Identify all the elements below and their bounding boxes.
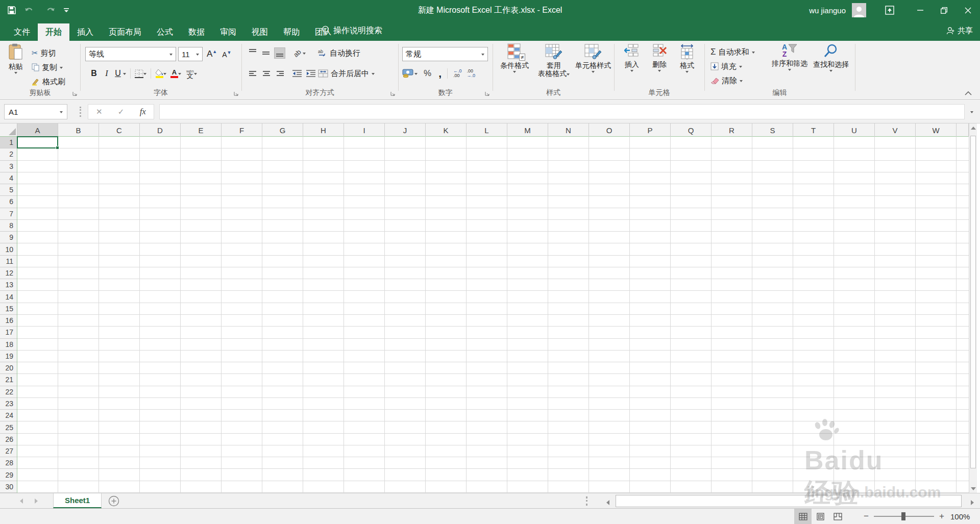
row-header-19[interactable]: 19 (0, 351, 17, 362)
sheet-next-icon[interactable] (29, 493, 43, 509)
font-dialog-launcher[interactable] (234, 91, 239, 96)
row-header-11[interactable]: 11 (0, 256, 17, 267)
row-header-10[interactable]: 10 (0, 243, 17, 255)
row-header-25[interactable]: 25 (0, 421, 17, 433)
row-header-9[interactable]: 9 (0, 232, 17, 243)
delete-cells-button[interactable]: 删除 (647, 43, 672, 88)
column-header-L[interactable]: L (467, 123, 507, 137)
row-header-3[interactable]: 3 (0, 161, 17, 172)
alignment-dialog-launcher[interactable] (390, 91, 396, 96)
wrap-text-button[interactable]: ab 自动换行 (318, 47, 360, 59)
sheet-tab-sheet1[interactable]: Sheet1 (53, 493, 102, 508)
row-header-27[interactable]: 27 (0, 445, 17, 457)
fill-button[interactable]: 填充 (710, 60, 742, 72)
decrease-font-size-button[interactable]: A▼ (222, 50, 231, 59)
tab-审阅[interactable]: 审阅 (212, 23, 244, 41)
formula-bar-expand-icon[interactable] (966, 104, 978, 119)
row-header-7[interactable]: 7 (0, 208, 17, 220)
font-size-combo[interactable]: 11 (178, 47, 203, 61)
autosum-button[interactable]: Σ 自动求和 (710, 46, 755, 58)
avatar[interactable] (852, 3, 866, 17)
row-header-18[interactable]: 18 (0, 339, 17, 351)
redo-icon[interactable] (44, 6, 55, 14)
cell-styles-button[interactable]: 单元格样式 (574, 43, 612, 88)
row-header-28[interactable]: 28 (0, 457, 17, 469)
insert-function-icon[interactable]: fx (140, 107, 146, 117)
row-header-16[interactable]: 16 (0, 315, 17, 327)
bold-button[interactable]: B (87, 69, 101, 78)
column-header-V[interactable]: V (875, 123, 916, 137)
format-cells-button[interactable]: 格式 (674, 43, 700, 88)
column-header-P[interactable]: P (630, 123, 671, 137)
column-header-N[interactable]: N (548, 123, 589, 137)
column-header-B[interactable]: B (58, 123, 99, 137)
insert-cells-button[interactable]: 插入 (619, 43, 645, 88)
ribbon-display-options-icon[interactable] (879, 0, 900, 20)
zoom-slider[interactable] (874, 516, 934, 517)
column-header-A[interactable]: A (17, 123, 58, 137)
scroll-left-icon[interactable] (605, 498, 611, 507)
save-icon[interactable] (7, 6, 16, 15)
number-format-combo[interactable]: 常规 (402, 47, 488, 61)
align-center-icon[interactable] (261, 68, 272, 79)
column-header-W[interactable]: W (916, 123, 957, 137)
row-header-1[interactable]: 1 (0, 137, 17, 148)
column-header-T[interactable]: T (793, 123, 834, 137)
name-box-resizer[interactable] (80, 107, 81, 117)
horizontal-scrollbar[interactable] (605, 495, 975, 507)
font-name-combo[interactable]: 等线 (85, 47, 176, 61)
column-header-R[interactable]: R (712, 123, 752, 137)
align-top-icon[interactable] (248, 47, 259, 59)
fill-color-icon[interactable] (155, 69, 163, 78)
enter-icon[interactable]: ✓ (118, 107, 125, 116)
column-header-partial[interactable] (957, 123, 969, 137)
align-left-icon[interactable] (248, 68, 259, 79)
align-middle-icon[interactable] (261, 47, 272, 59)
row-header-14[interactable]: 14 (0, 291, 17, 303)
row-header-23[interactable]: 23 (0, 398, 17, 410)
row-header-15[interactable]: 15 (0, 303, 17, 315)
underline-caret[interactable] (123, 73, 126, 77)
formula-input[interactable] (159, 104, 965, 119)
row-header-17[interactable]: 17 (0, 327, 17, 338)
new-sheet-icon[interactable] (108, 495, 119, 507)
clear-button[interactable]: 清除 (710, 74, 743, 87)
sheet-prev-icon[interactable] (14, 493, 29, 509)
scroll-right-icon[interactable] (969, 498, 975, 507)
customize-qat-icon[interactable] (63, 8, 69, 13)
user-name[interactable]: wu jianguo (809, 6, 846, 15)
increase-indent-icon[interactable] (306, 69, 316, 78)
clipboard-dialog-launcher[interactable] (72, 91, 78, 96)
zoom-in-icon[interactable]: + (939, 511, 944, 521)
vertical-scroll-thumb[interactable] (970, 136, 976, 468)
number-dialog-launcher[interactable] (485, 91, 490, 96)
tab-视图[interactable]: 视图 (244, 23, 276, 41)
column-header-Q[interactable]: Q (671, 123, 712, 137)
font-color-icon[interactable]: A (170, 69, 178, 78)
row-header-26[interactable]: 26 (0, 434, 17, 445)
select-all-corner[interactable] (0, 123, 17, 137)
tabbar-resizer[interactable] (586, 496, 587, 506)
column-header-H[interactable]: H (303, 123, 344, 137)
align-bottom-icon[interactable] (274, 47, 285, 59)
italic-button[interactable]: I (101, 69, 113, 78)
row-header-4[interactable]: 4 (0, 172, 17, 184)
phonetic-guide-icon[interactable]: wén 文 (186, 69, 194, 78)
cancel-icon[interactable]: ✕ (96, 107, 103, 116)
fill-handle[interactable] (56, 146, 59, 149)
format-painter-button[interactable]: 格式刷 (32, 76, 65, 88)
decrease-decimal-icon[interactable]: .00 →.0 (467, 69, 475, 78)
row-header-30[interactable]: 30 (0, 481, 17, 493)
scroll-up-icon[interactable] (969, 123, 977, 133)
undo-icon[interactable] (24, 6, 36, 14)
conditional-formatting-button[interactable]: ≠ 条件格式 (496, 43, 533, 88)
sort-filter-button[interactable]: AZ 排序和筛选 (770, 43, 810, 88)
cut-button[interactable]: ✂ 剪切 (32, 47, 56, 59)
zoom-level[interactable]: 100% (950, 509, 970, 524)
align-right-icon[interactable] (274, 68, 285, 79)
column-header-I[interactable]: I (344, 123, 385, 137)
row-header-29[interactable]: 29 (0, 469, 17, 481)
tab-页面布局[interactable]: 页面布局 (101, 23, 149, 41)
column-header-U[interactable]: U (834, 123, 875, 137)
row-header-20[interactable]: 20 (0, 362, 17, 374)
